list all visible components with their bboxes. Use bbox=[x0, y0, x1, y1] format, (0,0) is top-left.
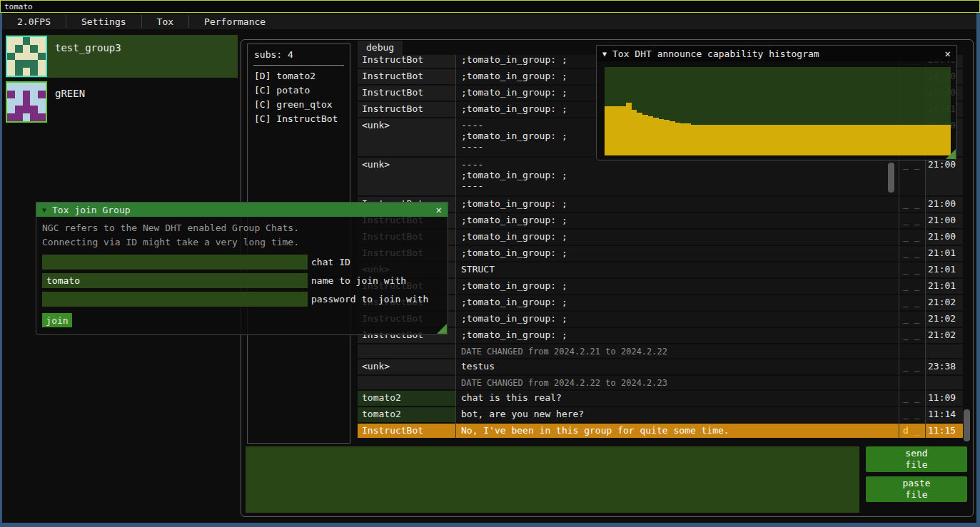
delivery-status: _ _ bbox=[899, 295, 925, 310]
message-time: 21:00 bbox=[925, 158, 963, 195]
histogram-bar bbox=[745, 125, 751, 155]
sender-name: InstructBot bbox=[358, 69, 455, 84]
tab-debug[interactable]: debug bbox=[358, 41, 403, 55]
menu-item-tox[interactable]: Tox bbox=[142, 14, 188, 29]
histogram-bar bbox=[875, 125, 881, 155]
sender-name: <unk> bbox=[358, 158, 455, 195]
message-input[interactable] bbox=[246, 446, 859, 513]
collapse-arrow-icon[interactable]: ▼ bbox=[602, 50, 607, 58]
avatar-pixel bbox=[7, 53, 15, 61]
message-row[interactable]: <unk>STRUCT_ _21:01 bbox=[358, 262, 963, 277]
message-row[interactable]: InstructBot;tomato_in_group: ;_ _21:01 bbox=[358, 246, 963, 261]
delivery-status: _ _ bbox=[899, 312, 925, 327]
resize-grip[interactable] bbox=[946, 149, 956, 159]
dht-histogram-titlebar[interactable]: ▼ Tox DHT announce capability histogram … bbox=[597, 46, 956, 61]
members-list: [D] tomato2[C] potato[C] green_qtox[C] I… bbox=[248, 69, 350, 126]
message-row[interactable]: InstructBot;tomato_in_group: ;_ _21:02 bbox=[358, 328, 963, 343]
avatar-pixel bbox=[23, 83, 31, 91]
message-time: 21:00 bbox=[925, 213, 963, 228]
avatar-pixel bbox=[7, 91, 15, 98]
sender-name: InstructBot bbox=[358, 424, 455, 438]
avatar-pixel bbox=[23, 106, 31, 113]
avatar-pixel bbox=[23, 45, 31, 53]
message-time: 21:00 bbox=[925, 230, 963, 245]
resize-grip[interactable] bbox=[437, 324, 447, 334]
menu-item-settings[interactable]: Settings bbox=[66, 14, 141, 29]
group-avatar bbox=[6, 36, 47, 77]
close-icon[interactable]: ✕ bbox=[945, 48, 951, 59]
message-row[interactable]: InstructBot;tomato_in_group: ;_ _21:02 bbox=[358, 295, 963, 310]
delivery-status: _ _ bbox=[899, 407, 925, 422]
chat-scrollbar[interactable] bbox=[964, 409, 970, 441]
send-file-button[interactable]: send file bbox=[866, 446, 967, 472]
message-row[interactable]: <unk>----;tomato_in_group: ;----_ _21:00 bbox=[358, 158, 963, 195]
member-item[interactable]: [D] tomato2 bbox=[248, 69, 350, 83]
avatar-pixel bbox=[38, 37, 46, 45]
delivery-status: _ _ bbox=[899, 197, 925, 212]
close-icon[interactable]: ✕ bbox=[436, 204, 442, 215]
status-mark: _ bbox=[909, 409, 920, 419]
avatar-pixel bbox=[15, 68, 23, 76]
avatar-pixel bbox=[23, 37, 31, 45]
message-row[interactable]: InstructBot;tomato_in_group: ;_ _21:00 bbox=[358, 230, 963, 245]
histogram-bar bbox=[891, 125, 897, 155]
join-group-title: Tox join Group bbox=[52, 205, 131, 215]
histogram-bar bbox=[664, 120, 670, 155]
name-to-join-with-input[interactable] bbox=[42, 273, 308, 288]
histogram-bar bbox=[734, 125, 740, 155]
message-row[interactable]: InstructBot;tomato_in_group: ;_ _21:01 bbox=[358, 279, 963, 294]
avatar-pixel bbox=[23, 91, 31, 98]
histogram-bar bbox=[821, 125, 827, 155]
password-to-join-with-input[interactable] bbox=[42, 292, 308, 307]
histogram-bar bbox=[919, 125, 924, 155]
menu-item-performance[interactable]: Performance bbox=[189, 14, 281, 29]
histogram-bar bbox=[686, 123, 692, 155]
status-mark: _ bbox=[903, 392, 909, 403]
group-row-test_group3[interactable]: test_group3 bbox=[6, 35, 238, 78]
group-row-gREEN[interactable]: gREEN bbox=[6, 81, 238, 123]
status-mark: _ bbox=[909, 280, 920, 291]
histogram-bar bbox=[756, 125, 762, 155]
chat-ID-input[interactable] bbox=[42, 255, 308, 270]
collapse-arrow-icon[interactable]: ▼ bbox=[42, 206, 46, 214]
status-mark: _ bbox=[909, 313, 920, 324]
window-titlebar[interactable]: tomato bbox=[0, 0, 980, 13]
message-text: STRUCT bbox=[455, 262, 899, 277]
join-group-titlebar[interactable]: ▼ Tox join Group ✕ bbox=[36, 203, 448, 217]
message-text: ;tomato_in_group: ; bbox=[455, 279, 899, 294]
join-group-window: ▼ Tox join Group ✕ NGC refers to the New… bbox=[36, 202, 448, 335]
avatar-pixel bbox=[7, 98, 15, 106]
message-line: ---- bbox=[461, 159, 899, 170]
status-mark: _ bbox=[909, 297, 920, 307]
avatar-pixel bbox=[30, 53, 38, 61]
message-row[interactable]: InstructBot;tomato_in_group: ;_ _21:00 bbox=[358, 197, 963, 212]
paste-file-button[interactable]: paste file bbox=[866, 476, 967, 502]
field-label: chat ID bbox=[311, 257, 350, 267]
dht-histogram-window: ▼ Tox DHT announce capability histogram … bbox=[596, 45, 957, 160]
message-row[interactable]: <unk>testus_ _23:38 bbox=[358, 359, 963, 374]
message-row[interactable]: tomato2chat is this real?_ _11:09 bbox=[358, 391, 963, 406]
message-cell-scrollbar[interactable] bbox=[888, 163, 894, 193]
member-item[interactable]: [C] InstructBot bbox=[248, 112, 350, 126]
members-panel-separator bbox=[253, 65, 344, 66]
message-row[interactable]: tomato2bot, are you new here?_ _11:14 bbox=[358, 407, 963, 422]
avatar-pixel bbox=[30, 83, 38, 91]
histogram-bar bbox=[804, 125, 810, 155]
menu-item-2-0fps[interactable]: 2.0FPS bbox=[2, 14, 66, 29]
histogram-bar bbox=[886, 125, 891, 155]
field-label: password to join with bbox=[311, 294, 428, 305]
message-row[interactable]: InstructBot;tomato_in_group: ;_ _21:02 bbox=[358, 312, 963, 327]
histogram-bar bbox=[626, 103, 632, 155]
message-text: chat is this real? bbox=[455, 391, 899, 406]
join-button[interactable]: join bbox=[42, 313, 72, 327]
delivery-status: _ _ bbox=[899, 262, 925, 277]
histogram-bar bbox=[816, 125, 822, 155]
avatar-pixel bbox=[38, 45, 46, 53]
member-item[interactable]: [C] green_qtox bbox=[248, 98, 350, 112]
message-row[interactable]: InstructBotNo, I've been in this group f… bbox=[358, 424, 963, 438]
histogram-bar bbox=[842, 125, 848, 155]
message-row[interactable]: InstructBot;tomato_in_group: ;_ _21:00 bbox=[358, 213, 963, 228]
histogram-bar bbox=[907, 125, 913, 155]
status-mark: _ bbox=[903, 231, 909, 242]
member-item[interactable]: [C] potato bbox=[248, 83, 350, 98]
